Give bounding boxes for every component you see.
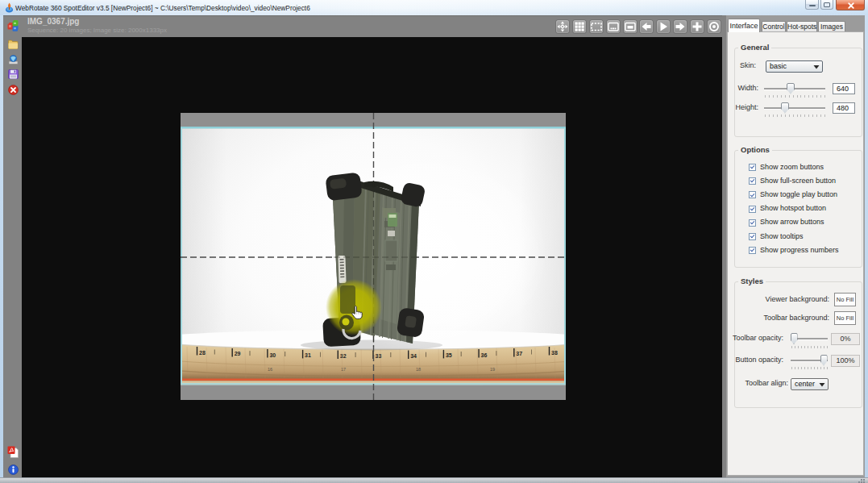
svg-text:19: 19 [490, 367, 495, 372]
svg-text:36: 36 [481, 352, 488, 358]
svg-text:31: 31 [305, 352, 311, 358]
svg-text:16: 16 [268, 367, 272, 372]
svg-text:37: 37 [516, 351, 522, 356]
svg-text:32: 32 [340, 353, 347, 359]
svg-text:30: 30 [269, 352, 276, 358]
svg-text:17: 17 [341, 367, 346, 372]
svg-text:35: 35 [446, 352, 452, 358]
svg-text:18: 18 [416, 367, 421, 372]
svg-text:28: 28 [199, 350, 206, 356]
svg-text:29: 29 [235, 351, 241, 356]
